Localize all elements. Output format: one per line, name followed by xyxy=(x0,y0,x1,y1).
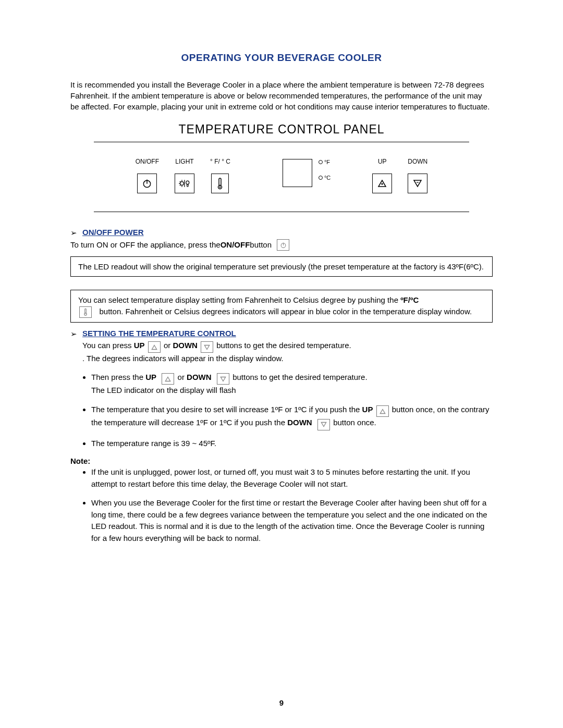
onoff-bold: ON/OFF xyxy=(221,239,250,251)
thermometer-icon-inline xyxy=(79,306,92,318)
svg-point-2 xyxy=(180,182,184,186)
bul1-d: The LED indicator on the display will fl… xyxy=(91,386,236,394)
divider xyxy=(94,212,469,212)
fc-note-box: You can select temperature display setti… xyxy=(70,290,493,322)
svg-marker-26 xyxy=(204,345,209,349)
bullet-list: Then press the UP or DOWN buttons to get… xyxy=(70,372,493,450)
panel-onoff-label: ON/OFF xyxy=(136,158,159,166)
panel-fc: ° F/ ° C xyxy=(210,158,230,193)
svg-point-9 xyxy=(186,181,189,184)
up-triangle-icon-inline xyxy=(148,341,161,353)
led-note: The LED readout will show the original t… xyxy=(78,262,484,271)
down-bold: DOWN xyxy=(187,373,212,381)
divider xyxy=(94,142,469,142)
section-set-head: SETTING THE TEMPERATURE CONTROL xyxy=(82,329,236,338)
light-icon xyxy=(175,174,194,193)
svg-marker-19 xyxy=(414,180,421,187)
section-onoff-head: ON/OFF POWER xyxy=(82,228,144,237)
note1: If the unit is unplugged, power lost, or… xyxy=(91,467,470,488)
set-line1-a: You can press xyxy=(82,341,134,350)
down-triangle-icon-inline xyxy=(201,341,213,353)
indicator-f: °F xyxy=(324,159,330,165)
panel-up: UP xyxy=(372,158,392,193)
subsection-title: TEMPERATURE CONTROL PANEL xyxy=(70,122,493,137)
power-icon xyxy=(137,174,157,193)
thermometer-icon xyxy=(211,174,229,193)
bul1-b: or xyxy=(178,373,187,381)
panel-fc-label: ° F/ ° C xyxy=(210,158,230,166)
down-bold: DOWN xyxy=(173,341,198,350)
svg-marker-28 xyxy=(221,377,225,381)
panel-up-label: UP xyxy=(378,158,387,166)
svg-marker-27 xyxy=(166,377,170,381)
panel-down-label: DOWN xyxy=(408,158,427,166)
down-bold: DOWN xyxy=(287,418,312,427)
list-item: Then press the UP or DOWN buttons to get… xyxy=(91,372,493,397)
display-window xyxy=(283,159,312,187)
down-triangle-icon-inline xyxy=(317,419,330,430)
up-triangle-icon-inline xyxy=(162,373,174,385)
set-line1-c: buttons to get the desired temperature. xyxy=(216,341,351,350)
fc-note-b: button. Fahrenheit or Celsius degrees in… xyxy=(100,307,472,316)
bul2-a: The temperature that you desire to set w… xyxy=(91,405,362,414)
fc-bold: ºF/ºC xyxy=(400,295,419,304)
fc-note-a: You can select temperature display setti… xyxy=(78,295,400,304)
panel-onoff: ON/OFF xyxy=(136,158,159,193)
panel-display: °F °C xyxy=(283,158,331,187)
svg-marker-29 xyxy=(380,409,385,413)
note-label: Note: xyxy=(70,456,493,465)
arrow-bullet: ➢ xyxy=(70,228,77,238)
indicator-c: °C xyxy=(324,175,331,181)
down-triangle-icon xyxy=(408,174,427,193)
note2: When you use the Beverage Cooler for the… xyxy=(91,498,487,542)
up-triangle-icon xyxy=(372,174,392,193)
led-note-box: The LED readout will show the original t… xyxy=(70,256,493,277)
up-bold: UP xyxy=(134,341,145,350)
set-line2: . The degrees indicators will appear in … xyxy=(82,354,284,363)
indicator-dot xyxy=(319,176,323,180)
down-triangle-icon-inline xyxy=(217,373,229,385)
indicator-dot xyxy=(319,160,323,164)
bul1-a: Then press the xyxy=(91,373,145,381)
onoff-text-a: To turn ON or OFF the appliance, press t… xyxy=(70,239,221,251)
up-bold: UP xyxy=(362,405,373,414)
svg-point-15 xyxy=(219,187,221,188)
temp-indicators: °F °C xyxy=(319,159,331,181)
panel-light: LIGHT xyxy=(175,158,194,193)
list-item: The temperature range is 39 ~ 45ºF. xyxy=(91,438,493,450)
bul2-c: button once. xyxy=(333,418,376,427)
control-panel-diagram: ON/OFF LIGHT ° F/ ° C ° xyxy=(70,158,493,193)
list-item: If the unit is unplugged, power lost, or… xyxy=(91,466,493,490)
page-title: OPERATING YOUR BEVERAGE COOLER xyxy=(70,52,493,64)
note-list: If the unit is unplugged, power lost, or… xyxy=(70,466,493,544)
svg-rect-13 xyxy=(219,178,221,186)
panel-light-label: LIGHT xyxy=(175,158,193,166)
intro-paragraph: It is recommended you install the Bevera… xyxy=(70,79,493,112)
list-item: When you use the Beverage Cooler for the… xyxy=(91,497,493,544)
power-icon-inline xyxy=(277,239,289,251)
list-item: The temperature that you desire to set w… xyxy=(91,404,493,430)
up-bold: UP xyxy=(145,373,156,381)
onoff-text-b: button xyxy=(250,239,272,251)
up-triangle-icon-inline xyxy=(376,405,389,417)
page-number: 9 xyxy=(0,698,563,707)
bul3: The temperature range is 39 ~ 45ºF. xyxy=(91,439,216,448)
svg-marker-25 xyxy=(152,345,156,349)
svg-line-7 xyxy=(180,185,181,186)
set-line1-b: or xyxy=(164,341,173,350)
svg-rect-23 xyxy=(85,309,87,313)
svg-line-6 xyxy=(180,181,181,182)
bul1-c: buttons to get the desired temperature. xyxy=(232,373,368,381)
panel-down: DOWN xyxy=(408,158,427,193)
svg-marker-30 xyxy=(321,423,326,427)
arrow-bullet: ➢ xyxy=(70,329,77,339)
